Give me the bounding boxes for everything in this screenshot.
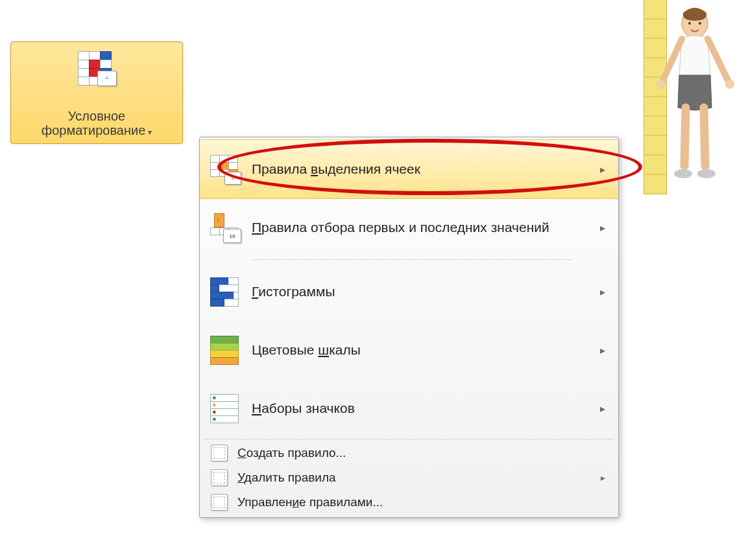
ribbon-label-line1: Условное (68, 109, 125, 123)
icon-sets-icon: ● ● ● ● (206, 390, 243, 426)
color-scales-icon (206, 332, 243, 368)
menu-item-label: Гистограммы (252, 284, 595, 299)
menu-item-top-bottom[interactable]: ↑ 10 Правила отбора первых и последних з… (200, 198, 618, 257)
menu-item-label: Удалить правила (237, 471, 596, 485)
menu-item-manage-rules[interactable]: Управление правилами... (200, 490, 618, 515)
highlight-cells-icon: ≡ (206, 151, 243, 187)
svg-point-0 (682, 9, 708, 38)
manage-rules-icon (210, 493, 228, 511)
submenu-arrow-icon: ▸ (600, 402, 605, 415)
menu-item-label: Правила выделения ячеек (252, 161, 595, 177)
menu-item-icon-sets[interactable]: ● ● ● ● Наборы значков ▸ (200, 379, 618, 438)
decorative-height-chart-image (644, 0, 746, 194)
ruler-graphic (644, 0, 667, 194)
menu-item-color-scales[interactable]: Цветовые шкалы ▸ (200, 321, 618, 379)
svg-point-2 (699, 22, 701, 25)
menu-separator (204, 439, 614, 439)
ribbon-label-line2: форматирование▾ (42, 123, 152, 139)
submenu-arrow-icon: ▸ (600, 344, 605, 356)
conditional-formatting-icon: ≡ (78, 51, 115, 88)
submenu-arrow-icon: ▸ (601, 472, 605, 483)
menu-item-label: Создать правило... (237, 446, 605, 460)
menu-item-label: Правила отбора первых и последних значен… (252, 220, 595, 235)
svg-point-5 (674, 169, 692, 178)
databars-icon (206, 274, 243, 310)
new-rule-icon (210, 444, 228, 462)
submenu-arrow-icon: ▸ (600, 163, 605, 176)
menu-item-clear-rules[interactable]: Удалить правила ▸ (200, 465, 618, 490)
top-bottom-icon: ↑ 10 (206, 209, 243, 246)
svg-point-4 (725, 80, 734, 89)
menu-item-new-rule[interactable]: Создать правило... (200, 441, 618, 465)
clear-rules-icon (210, 469, 228, 487)
conditional-formatting-button[interactable]: ≡ Условное форматирование▾ (10, 41, 183, 144)
menu-item-highlight-cells[interactable]: ≡ Правила выделения ячеек ▸ (200, 139, 618, 199)
menu-item-databars[interactable]: Гистограммы ▸ (200, 262, 618, 321)
menu-separator (252, 259, 573, 260)
menu-item-label: Наборы значков (252, 401, 595, 416)
conditional-formatting-menu: ≡ Правила выделения ячеек ▸ ↑ 10 Правила… (199, 137, 619, 518)
dropdown-caret-icon: ▾ (148, 128, 152, 137)
menu-item-label: Цветовые шкалы (252, 342, 595, 358)
svg-point-1 (688, 22, 691, 25)
menu-item-label: Управление правилами... (237, 495, 605, 509)
submenu-arrow-icon: ▸ (600, 222, 605, 234)
svg-point-6 (697, 169, 716, 178)
submenu-arrow-icon: ▸ (600, 286, 605, 298)
